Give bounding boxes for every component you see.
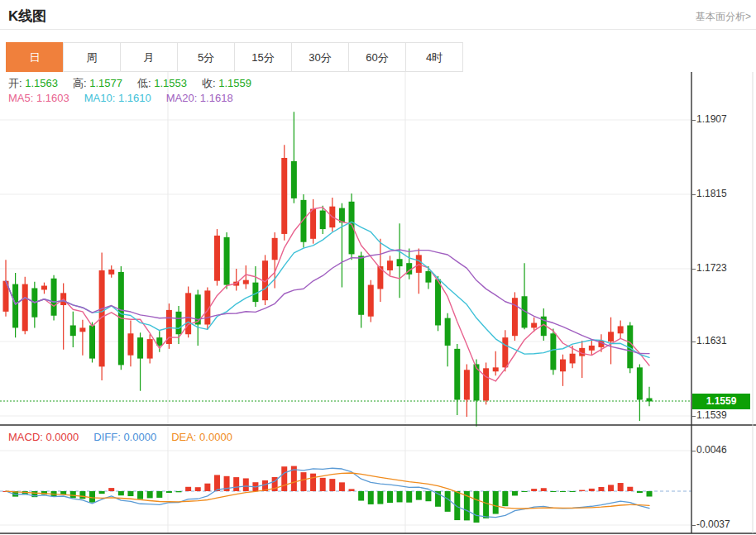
legend-item: MA10: 1.1610 xyxy=(84,92,151,104)
axis-tick-label: 0.0046 xyxy=(696,444,727,456)
axis-tick-label: 1.1539 xyxy=(696,409,727,421)
tab-周[interactable]: 周 xyxy=(63,42,121,72)
fundamental-analysis-link[interactable]: 基本面分析> xyxy=(696,10,751,24)
axis-tick xyxy=(691,269,696,270)
legend-item: MA20: 1.1618 xyxy=(166,92,233,104)
tab-30分[interactable]: 30分 xyxy=(291,42,349,72)
legend-item: 开: 1.1563 xyxy=(8,77,58,89)
axis-tick-label: 1.1907 xyxy=(696,113,727,125)
tab-5分[interactable]: 5分 xyxy=(177,42,235,72)
legend-item: MACD: 0.0000 xyxy=(8,431,79,443)
axis-tick-label: 1.1723 xyxy=(696,262,727,274)
legend-item: DEA: 0.0000 xyxy=(171,431,232,443)
page-title: K线图 xyxy=(8,7,46,26)
axis-tick-label: -0.0037 xyxy=(696,518,730,530)
header-divider xyxy=(0,29,756,30)
legend-item: 低: 1.1553 xyxy=(137,77,187,89)
macd-legend: MACD: 0.0000DIFF: 0.0000DEA: 0.0000 xyxy=(8,431,247,443)
axis-tick-label: 1.1815 xyxy=(696,188,727,199)
ohlc-legend: 开: 1.1563高: 1.1577低: 1.1553收: 1.1559 xyxy=(8,76,266,91)
legend-item: DIFF: 0.0000 xyxy=(93,431,156,443)
axis-tick xyxy=(691,120,696,121)
axis-tick xyxy=(691,342,696,342)
axis-tick-label: 1.1631 xyxy=(696,335,727,346)
tab-月[interactable]: 月 xyxy=(120,42,178,72)
ma-legend: MA5: 1.1603MA10: 1.1610MA20: 1.1618 xyxy=(8,92,248,104)
period-tabbar: 日周月5分15分30分60分4时 xyxy=(7,42,463,72)
current-price-badge: 1.1559 xyxy=(692,394,750,409)
axis-tick xyxy=(691,416,696,417)
legend-item: 收: 1.1559 xyxy=(202,77,251,89)
axis-tick xyxy=(691,451,696,451)
legend-item: MA5: 1.1603 xyxy=(8,92,69,104)
tab-60分[interactable]: 60分 xyxy=(348,42,406,72)
axis-tick xyxy=(691,194,696,195)
tab-4时[interactable]: 4时 xyxy=(405,42,463,72)
tab-15分[interactable]: 15分 xyxy=(234,42,292,72)
legend-item: 高: 1.1577 xyxy=(73,77,122,89)
axis-tick xyxy=(691,525,696,526)
tab-日[interactable]: 日 xyxy=(6,42,64,72)
